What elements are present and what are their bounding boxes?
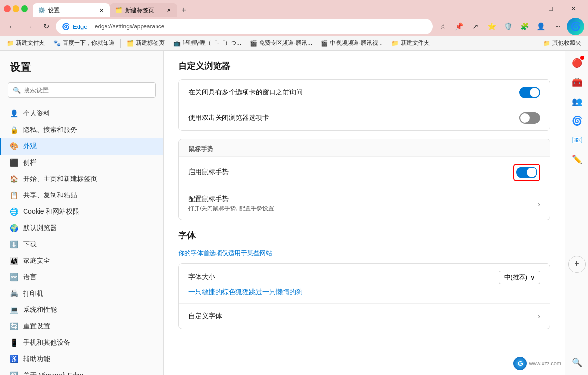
- main-layout: 设置 🔍 👤 个人资料 🔒 隐私、搜索和服务 🎨 外观 ⬛ 侧栏 🏠 开始、主页…: [0, 51, 588, 375]
- right-icon-screenshot[interactable]: ✏️: [568, 151, 586, 168]
- tabs-setting-group: 在关闭具有多个选项卡的窗口之前询问 使用双击关闭浏览器选项卡: [178, 79, 550, 131]
- minimize-window-btn[interactable]: —: [518, 0, 540, 17]
- font-size-dropdown[interactable]: 中(推荐) ∨: [499, 271, 540, 284]
- setting-row-font-size: 字体大小 中(推荐) ∨ 一只敏捷的棕色狐狸跳过一只懒惰的狗: [179, 264, 550, 304]
- browser-essentials-button[interactable]: 🛡️: [500, 19, 516, 34]
- sidebar-item-reset[interactable]: 🔄 重置设置: [0, 318, 163, 335]
- right-icon-toolbox[interactable]: 🧰: [568, 74, 586, 91]
- back-button[interactable]: ←: [4, 19, 19, 34]
- bookmark-newtab[interactable]: 🗂️ 新建标签页: [123, 38, 169, 48]
- default-nav-icon: 🌍: [10, 224, 18, 233]
- font-sample-text: 一只敏捷的棕色狐狸: [188, 288, 249, 296]
- bookmarks-other[interactable]: 📁 其他收藏夹: [539, 38, 585, 48]
- setting-row-configure-gesture[interactable]: 配置鼠标手势 打开/关闭鼠标手势, 配置手势设置 ›: [179, 188, 550, 220]
- toolbar-actions: ☆ 📌 ↗ ⭐ 🛡️ 🧩 👤 ···: [435, 19, 565, 34]
- bookmark-tencent2[interactable]: 🎬 中视频频道-腾讯视...: [317, 38, 387, 48]
- bookmarks-bar: 📁 新建文件夹 🐾 百度一下，你就知道 🗂️ 新建标签页 📺 哔哩哔哩（゜-゜）…: [0, 36, 588, 51]
- right-icon-search[interactable]: 🔍: [568, 354, 586, 371]
- tab-settings-close[interactable]: ✕: [97, 6, 105, 14]
- sidebar-nav-icon: ⬛: [10, 158, 18, 167]
- forward-button[interactable]: →: [21, 19, 37, 34]
- minimize-btn[interactable]: [13, 5, 19, 12]
- refresh-button[interactable]: ↻: [39, 19, 54, 34]
- font-sample: 一只敏捷的棕色狐狸跳过一只懒惰的狗: [188, 288, 303, 297]
- right-icon-collections[interactable]: 🌀: [568, 112, 586, 129]
- sidebar-item-accessibility-label: 辅助功能: [23, 355, 50, 363]
- sidebar-item-printer[interactable]: 🖨️ 打印机: [0, 285, 163, 302]
- tab-newtab-close[interactable]: ✕: [165, 6, 172, 14]
- bookmark-baidu[interactable]: 🐾 百度一下，你就知道: [50, 38, 118, 48]
- collections-button[interactable]: 📌: [451, 19, 467, 34]
- sidebar-item-system[interactable]: 💻 系统和性能: [0, 302, 163, 318]
- more-button[interactable]: ···: [549, 19, 565, 34]
- bookmark-folder1[interactable]: 📁 新建文件夹: [3, 38, 49, 48]
- bookmark-bilibili[interactable]: 📺 哔哩哔哩（゜-゜）つ...: [170, 38, 245, 48]
- sidebar-item-about[interactable]: 🔃 关于 Microsoft Edge: [0, 367, 163, 375]
- restore-window-btn[interactable]: □: [540, 0, 562, 17]
- sidebar-item-start[interactable]: 🏠 开始、主页和新建标签页: [0, 171, 163, 187]
- bookmark-folder1-label: 新建文件夹: [16, 39, 45, 47]
- family-nav-icon: 👨‍👩‍👧: [10, 257, 18, 265]
- sidebar-item-download[interactable]: ⬇️ 下载: [0, 236, 163, 253]
- enable-gesture-toggle[interactable]: [516, 167, 537, 178]
- settings-search-input[interactable]: [24, 87, 150, 94]
- setting-row-custom-font[interactable]: 自定义字体 ›: [179, 304, 550, 329]
- start-nav-icon: 🏠: [10, 175, 18, 183]
- font-sub-label: 你的字体首选项仅适用于某些网站: [178, 249, 550, 258]
- sidebar-item-sidebar[interactable]: ⬛ 侧栏: [0, 155, 163, 171]
- close-window-toggle[interactable]: [519, 87, 540, 98]
- watermark-logo-text: G: [518, 360, 523, 367]
- extensions-button[interactable]: 🧩: [517, 19, 532, 34]
- sidebar-item-cookies[interactable]: 🌐 Cookie 和网站权限: [0, 204, 163, 220]
- tab-newtab[interactable]: 🗂️ 新建标签页 ✕: [110, 3, 177, 17]
- sidebar-item-profile[interactable]: 👤 个人资料: [0, 105, 163, 122]
- close-btn[interactable]: [4, 5, 11, 12]
- settings-search-box[interactable]: 🔍: [8, 82, 156, 98]
- sidebar-item-mobile[interactable]: 📱 手机和其他设备: [0, 335, 163, 351]
- address-bar[interactable]: 🌀 Edge | edge://settings/appearance: [56, 19, 433, 34]
- star-button[interactable]: ☆: [435, 19, 450, 34]
- tab-newtab-icon: 🗂️: [115, 6, 122, 14]
- close-window-btn[interactable]: ✕: [562, 0, 584, 17]
- sidebar-item-share[interactable]: 📋 共享、复制和粘贴: [0, 187, 163, 204]
- right-icon-add[interactable]: +: [568, 256, 586, 273]
- bookmark-tencent1[interactable]: 🎬 免费专区频道-腾讯...: [246, 38, 316, 48]
- favorites-button[interactable]: ⭐: [484, 19, 499, 34]
- sidebar-item-sidebar-label: 侧栏: [23, 158, 37, 167]
- configure-gesture-text: 配置鼠标手势 打开/关闭鼠标手势, 配置手势设置: [188, 195, 538, 213]
- mouse-setting-group: 鼠标手势 启用鼠标手势 配置鼠标手势 打开/关闭鼠标手势, 配置手势设置 ›: [178, 139, 550, 220]
- about-nav-icon: 🔃: [10, 371, 18, 375]
- maximize-btn[interactable]: [21, 5, 28, 12]
- configure-gesture-chevron: ›: [538, 200, 540, 208]
- font-size-row: 字体大小 中(推荐) ∨: [188, 271, 540, 284]
- sidebar-item-reset-label: 重置设置: [23, 322, 50, 331]
- right-icon-users[interactable]: 👥: [568, 93, 586, 110]
- mouse-gesture-header-label: 鼠标手势: [188, 145, 213, 153]
- tab-bar: ⚙️ 设置 ✕ 🗂️ 新建标签页 ✕ +: [31, 0, 515, 17]
- new-tab-button[interactable]: +: [177, 3, 191, 17]
- font-size-label: 字体大小: [188, 273, 499, 282]
- configure-gesture-label: 配置鼠标手势: [188, 195, 538, 204]
- sidebar-item-default[interactable]: 🌍 默认浏览器: [0, 220, 163, 236]
- sidebar-item-family[interactable]: 👨‍👩‍👧 家庭安全: [0, 253, 163, 269]
- share-button[interactable]: ↗: [468, 19, 483, 34]
- sidebar-item-privacy[interactable]: 🔒 隐私、搜索和服务: [0, 122, 163, 138]
- font-size-value: 中(推荐): [504, 273, 527, 282]
- sidebar-item-appearance[interactable]: 🎨 外观: [0, 138, 163, 155]
- double-click-toggle[interactable]: [519, 112, 540, 124]
- right-icon-copilot[interactable]: 🔴: [568, 54, 586, 72]
- sidebar-item-language[interactable]: 🔤 语言: [0, 269, 163, 285]
- right-sidebar-separator: [570, 172, 584, 172]
- bookmark-tencent1-label: 免费专区频道-腾讯...: [259, 39, 312, 47]
- settings-sidebar: 设置 🔍 👤 个人资料 🔒 隐私、搜索和服务 🎨 外观 ⬛ 侧栏 🏠 开始、主页…: [0, 51, 164, 375]
- enable-gesture-toggle-highlight: [513, 164, 540, 181]
- edge-icon-button[interactable]: 🌀: [567, 18, 584, 35]
- sidebar-item-share-label: 共享、复制和粘贴: [23, 191, 77, 200]
- bookmark-folder2[interactable]: 📁 新建文件夹: [388, 38, 433, 48]
- right-icon-outlook[interactable]: 📧: [568, 131, 586, 149]
- font-sample-text2: 一只懒惰的狗: [262, 288, 303, 296]
- tab-settings[interactable]: ⚙️ 设置 ✕: [33, 3, 110, 17]
- other-folder-icon: 📁: [543, 40, 550, 47]
- profile-button[interactable]: 👤: [533, 19, 549, 34]
- sidebar-item-accessibility[interactable]: ♿ 辅助功能: [0, 351, 163, 367]
